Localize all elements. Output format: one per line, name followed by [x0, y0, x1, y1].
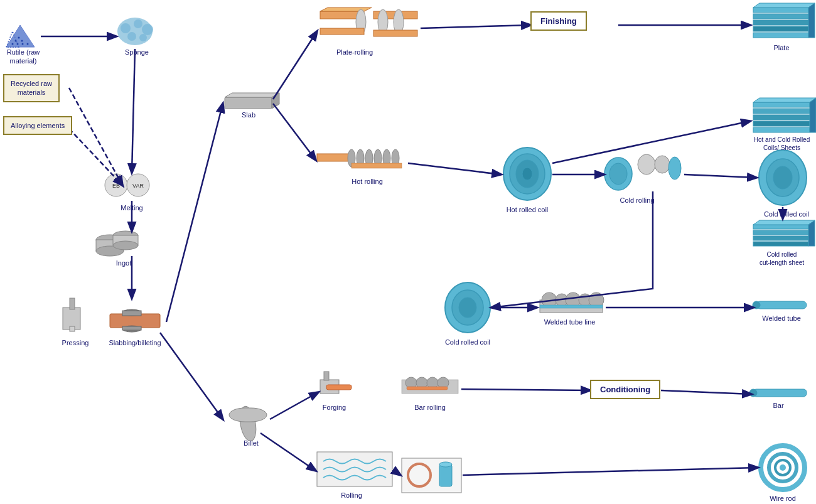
- cold-rolled-coil-mid-label: Cold rolled coil: [439, 335, 496, 346]
- svg-marker-35: [272, 93, 279, 109]
- rutile-label: Rutile (raw material): [1, 45, 45, 66]
- finishing-box: Finishing: [530, 11, 587, 31]
- svg-rect-109: [317, 452, 392, 486]
- melting-label: Melting: [110, 201, 154, 212]
- svg-point-52: [392, 149, 399, 167]
- svg-rect-100: [326, 385, 352, 390]
- forging-label: Forging: [317, 400, 352, 412]
- svg-line-124: [166, 104, 223, 322]
- svg-rect-101: [402, 380, 458, 394]
- svg-point-54: [503, 147, 551, 200]
- svg-rect-32: [122, 326, 141, 330]
- svg-marker-72: [810, 98, 816, 132]
- svg-rect-42: [373, 11, 417, 19]
- svg-rect-95: [540, 305, 603, 308]
- svg-rect-23: [113, 235, 138, 245]
- svg-line-131: [552, 121, 750, 163]
- svg-point-2: [18, 37, 20, 39]
- svg-point-112: [775, 460, 790, 475]
- svg-rect-67: [753, 109, 810, 114]
- svg-point-59: [609, 163, 627, 185]
- svg-rect-73: [753, 225, 808, 229]
- svg-point-48: [357, 149, 364, 167]
- svg-point-17: [127, 174, 149, 196]
- svg-marker-84: [753, 3, 815, 8]
- svg-point-57: [522, 168, 532, 180]
- cold-rolled-coil-top-label: Cold rolled coil: [758, 207, 815, 218]
- billet-label: Billet: [226, 436, 276, 448]
- svg-point-51: [383, 149, 390, 167]
- svg-point-61: [655, 156, 670, 173]
- welded-tube-label: Welded tube: [753, 311, 810, 323]
- svg-point-11: [134, 19, 142, 28]
- svg-rect-82: [753, 26, 808, 31]
- svg-rect-68: [753, 115, 810, 120]
- welded-tube-line-label: Welded tube line: [537, 315, 603, 326]
- sponge-label: Sponge: [118, 45, 156, 56]
- svg-rect-98: [320, 380, 339, 394]
- svg-point-63: [759, 150, 807, 205]
- svg-rect-107: [753, 389, 807, 397]
- svg-line-139: [661, 390, 751, 394]
- svg-point-86: [445, 282, 490, 333]
- svg-rect-27: [70, 326, 75, 331]
- svg-point-97: [753, 301, 760, 309]
- svg-point-44: [394, 9, 404, 35]
- svg-point-111: [769, 454, 797, 481]
- svg-line-125: [160, 333, 223, 419]
- svg-line-127: [273, 104, 316, 160]
- svg-rect-80: [753, 14, 808, 19]
- svg-rect-96: [756, 301, 807, 309]
- svg-point-47: [348, 149, 355, 167]
- svg-rect-75: [753, 236, 808, 240]
- svg-point-103: [416, 377, 427, 389]
- conditioning-box: Conditioning: [590, 380, 660, 399]
- svg-point-21: [96, 246, 124, 256]
- svg-rect-53: [352, 163, 402, 168]
- svg-point-104: [427, 377, 438, 389]
- svg-line-133: [684, 174, 756, 178]
- svg-point-19: [96, 235, 124, 245]
- svg-line-130: [408, 163, 501, 174]
- svg-line-120: [69, 129, 122, 185]
- rolling-label: Rolling: [320, 488, 383, 500]
- ingot-label: Ingot: [102, 256, 146, 267]
- svg-point-50: [374, 149, 382, 167]
- svg-point-108: [749, 389, 757, 397]
- process-diagram: EB VAR: [0, 0, 816, 504]
- svg-marker-34: [225, 93, 279, 97]
- svg-point-113: [780, 464, 786, 471]
- wire-rod-label: Wire rod: [758, 491, 808, 503]
- svg-rect-66: [753, 102, 810, 107]
- recycled-label: Recycled rawmaterials: [11, 80, 52, 96]
- svg-point-31: [122, 326, 141, 332]
- conditioning-label: Conditioning: [600, 385, 650, 394]
- svg-point-24: [113, 241, 138, 250]
- plate-label: Plate: [750, 41, 813, 52]
- svg-point-40: [356, 9, 366, 35]
- svg-rect-37: [229, 408, 267, 422]
- svg-point-91: [556, 294, 568, 306]
- svg-rect-69: [753, 121, 810, 126]
- svg-point-87: [452, 290, 483, 325]
- svg-line-119: [69, 88, 122, 185]
- svg-rect-41: [320, 28, 364, 35]
- svg-marker-39: [320, 8, 372, 11]
- svg-point-9: [117, 18, 153, 45]
- svg-rect-106: [407, 387, 448, 390]
- hot-rolling-label: Hot rolling: [336, 174, 399, 186]
- svg-rect-74: [753, 230, 808, 235]
- slabbing-label: Slabbing/billeting: [104, 336, 166, 347]
- svg-point-88: [459, 298, 476, 318]
- svg-marker-71: [753, 98, 816, 102]
- svg-marker-78: [808, 220, 815, 246]
- hot-rolled-coil-label: Hot rolled coil: [502, 203, 552, 214]
- svg-point-105: [438, 377, 449, 389]
- svg-point-3: [15, 40, 17, 42]
- svg-point-58: [604, 158, 632, 190]
- svg-point-22: [113, 231, 138, 240]
- svg-rect-83: [753, 33, 808, 38]
- svg-point-60: [638, 154, 655, 174]
- hot-cold-sheets-label: Hot and Cold RolledCoils/ Sheets: [749, 133, 815, 152]
- svg-point-10: [121, 23, 131, 33]
